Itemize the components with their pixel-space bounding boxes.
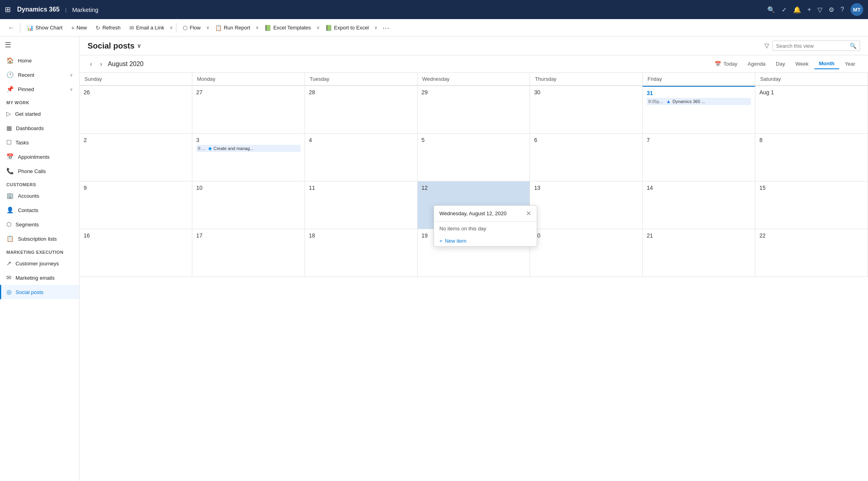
sidebar-item-segments[interactable]: ⬡ Segments <box>0 217 79 232</box>
cal-cell-jul28[interactable]: 28 <box>305 86 418 134</box>
today-button[interactable]: 📅 Today <box>710 59 742 69</box>
cal-cell-aug22[interactable]: 22 <box>755 229 868 277</box>
title-dropdown-arrow[interactable]: ∨ <box>137 43 141 49</box>
cal-next-button[interactable]: › <box>98 59 104 69</box>
view-agenda-button[interactable]: Agenda <box>743 59 770 69</box>
view-week-button[interactable]: Week <box>791 59 813 69</box>
cal-cell-aug12[interactable]: 12 Wednesday, August 12, 2020 ✕ No items… <box>418 181 530 229</box>
grid-icon[interactable]: ⊞ <box>5 5 11 14</box>
sidebar-item-phone-calls[interactable]: 📞 Phone Calls <box>0 164 79 178</box>
popup-date-label: Wednesday, August 12, 2020 <box>440 210 507 216</box>
cal-cell-aug11[interactable]: 11 <box>305 181 418 229</box>
cal-cell-aug17[interactable]: 17 <box>192 229 305 277</box>
cal-cell-jul27[interactable]: 27 <box>192 86 305 134</box>
view-month-button[interactable]: Month <box>814 58 839 69</box>
cal-cell-aug16[interactable]: 16 <box>80 229 192 277</box>
cal-cell-aug18[interactable]: 18 <box>305 229 418 277</box>
search-box[interactable]: 🔍 <box>772 41 860 51</box>
sidebar: ☰ 🏠 Home 🕐 Recent ∨ 📌 Pinned ∨ My Work ▷… <box>0 37 80 481</box>
export-excel-button[interactable]: 📗 Export to Excel <box>321 23 373 33</box>
bell-icon[interactable]: 🔔 <box>793 6 801 14</box>
view-year-button[interactable]: Year <box>840 59 860 69</box>
sidebar-item-accounts[interactable]: 🏢 Accounts <box>0 189 79 203</box>
cal-cell-aug6[interactable]: 6 <box>530 134 643 181</box>
run-report-button[interactable]: 📋 Run Report <box>211 23 254 33</box>
cal-cell-aug13[interactable]: 13 <box>530 181 643 229</box>
show-chart-button[interactable]: 📊 Show Chart <box>23 23 66 33</box>
day-num-21: 21 <box>647 232 751 239</box>
refresh-button[interactable]: ↻ Refresh <box>92 23 125 33</box>
help-icon[interactable]: ? <box>841 6 844 13</box>
day-num-15: 15 <box>759 185 864 191</box>
cal-cell-aug9[interactable]: 9 <box>80 181 192 229</box>
avatar[interactable]: MT <box>850 3 863 16</box>
search-input[interactable] <box>776 43 847 49</box>
day-num-3: 3 <box>196 137 301 143</box>
cal-cell-aug10[interactable]: 10 <box>192 181 305 229</box>
sidebar-item-home[interactable]: 🏠 Home <box>0 53 79 68</box>
filter-icon[interactable]: ▽ <box>817 6 822 14</box>
sidebar-item-recent[interactable]: 🕐 Recent ∨ <box>0 68 79 82</box>
cal-cell-aug7[interactable]: 7 <box>643 134 755 181</box>
cal-cell-aug21[interactable]: 21 <box>643 229 755 277</box>
search-icon[interactable]: 🔍 <box>850 43 856 49</box>
cal-cell-aug2[interactable]: 2 <box>80 134 192 181</box>
sidebar-item-subscription-lists[interactable]: 📋 Subscription lists <box>0 232 79 246</box>
sidebar-label-subscription-lists: Subscription lists <box>18 236 57 242</box>
view-filter-icon[interactable]: ▽ <box>764 42 769 49</box>
cal-event-fb-dynamics[interactable]: 8:05p... ▲ Dynamics 365 ... <box>647 98 751 105</box>
flow-dropdown[interactable]: ∨ <box>205 25 210 30</box>
sidebar-item-tasks[interactable]: ☐ Tasks <box>0 135 79 150</box>
cal-cell-aug4[interactable]: 4 <box>305 134 418 181</box>
back-button[interactable]: ← <box>5 23 18 33</box>
cal-cell-aug5[interactable]: 5 <box>418 134 530 181</box>
sidebar-item-customer-journeys[interactable]: ↗ Customer journeys <box>0 256 79 271</box>
cal-cell-aug20[interactable]: 20 <box>530 229 643 277</box>
cal-cell-jul31[interactable]: 31 8:05p... ▲ Dynamics 365 ... <box>643 86 755 134</box>
show-chart-icon: 📊 <box>27 25 33 31</box>
sidebar-item-marketing-emails[interactable]: ✉ Marketing emails <box>0 271 79 285</box>
cal-row-2: 2 3 8:... ◆ Create and manag... 4 5 <box>80 134 868 181</box>
popup-close-button[interactable]: ✕ <box>526 210 531 217</box>
sidebar-toggle[interactable]: ☰ <box>0 37 79 53</box>
cal-cell-jul30[interactable]: 30 <box>530 86 643 134</box>
search-icon[interactable]: 🔍 <box>767 6 775 14</box>
email-link-button[interactable]: ✉ Email a Link <box>125 23 168 33</box>
plus-icon[interactable]: + <box>807 6 811 13</box>
export-dropdown[interactable]: ∨ <box>373 25 378 30</box>
cal-cell-jul29[interactable]: 29 <box>418 86 530 134</box>
cal-cell-aug14[interactable]: 14 <box>643 181 755 229</box>
view-day-button[interactable]: Day <box>771 59 790 69</box>
run-report-dropdown[interactable]: ∨ <box>255 25 260 30</box>
sidebar-item-dashboards[interactable]: ▦ Dashboards <box>0 121 79 135</box>
checkmark-icon[interactable]: ✓ <box>782 6 787 14</box>
sidebar-item-get-started[interactable]: ▷ Get started <box>0 107 79 121</box>
day-num-28: 28 <box>309 89 413 95</box>
excel-templates-button[interactable]: 📗 Excel Templates <box>260 23 315 33</box>
cal-row-1: 26 27 28 29 30 31 8:05p... <box>80 86 868 134</box>
email-dropdown[interactable]: ∨ <box>169 25 174 30</box>
more-options-icon[interactable]: ⋯ <box>379 22 393 34</box>
day-num-31: 31 <box>647 90 751 96</box>
cal-cell-aug1[interactable]: Aug 1 <box>755 86 868 134</box>
cal-event-tw-create[interactable]: 8:... ◆ Create and manag... <box>196 145 301 152</box>
excel-templates-dropdown[interactable]: ∨ <box>316 25 321 30</box>
sidebar-item-social-posts[interactable]: ◎ Social posts <box>0 285 79 299</box>
day-num-2: 2 <box>84 137 188 143</box>
refresh-label: Refresh <box>102 25 121 31</box>
cal-cell-jul26[interactable]: 26 <box>80 86 192 134</box>
sidebar-label-tasks: Tasks <box>16 140 29 146</box>
sidebar-item-pinned[interactable]: 📌 Pinned ∨ <box>0 82 79 96</box>
popup-new-item-button[interactable]: + New item <box>434 236 537 246</box>
cal-cell-aug8[interactable]: 8 <box>755 134 868 181</box>
flow-button[interactable]: ⬡ Flow <box>179 23 204 33</box>
sidebar-label-pinned: Pinned <box>18 86 34 92</box>
cal-cell-aug3[interactable]: 3 8:... ◆ Create and manag... <box>192 134 305 181</box>
twitter-icon: ◆ <box>208 146 212 151</box>
cal-prev-button[interactable]: ‹ <box>88 59 94 69</box>
cal-cell-aug15[interactable]: 15 <box>755 181 868 229</box>
settings-icon[interactable]: ⚙ <box>829 6 834 14</box>
sidebar-item-appointments[interactable]: 📅 Appointments <box>0 150 79 164</box>
new-button[interactable]: + New <box>67 23 91 33</box>
sidebar-item-contacts[interactable]: 👤 Contacts <box>0 203 79 217</box>
